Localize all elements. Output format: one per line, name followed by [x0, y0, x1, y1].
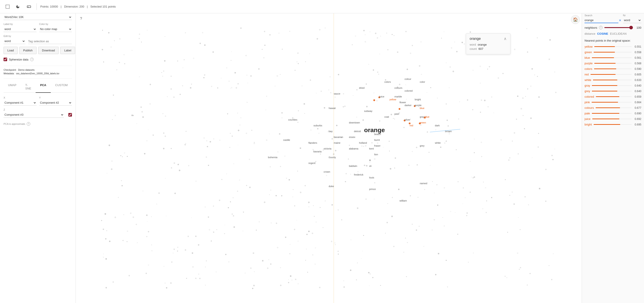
- color-by-select[interactable]: No color map: [39, 26, 72, 32]
- edit-by-select[interactable]: word: [4, 38, 26, 44]
- neighbors-help-icon[interactable]: ?: [599, 26, 602, 29]
- svg-point-365: [389, 151, 390, 151]
- download-button[interactable]: Download: [38, 47, 59, 54]
- home-button[interactable]: 🏠: [571, 15, 580, 24]
- label-by-select[interactable]: word: [4, 26, 36, 32]
- sphereize-help-icon[interactable]: ?: [30, 58, 34, 61]
- svg-point-197: [538, 133, 539, 134]
- night-mode-icon[interactable]: [14, 3, 22, 11]
- nearest-item[interactable]: colors 0.590: [584, 66, 641, 71]
- nearest-item[interactable]: gray 0.640: [584, 83, 641, 88]
- svg-text:gray: gray: [420, 115, 425, 118]
- tab-umap[interactable]: UMAP: [4, 81, 21, 93]
- svg-point-235: [107, 173, 108, 174]
- tab-pca[interactable]: PCA: [36, 81, 50, 93]
- euclidean-button[interactable]: EUCLIDEAN: [610, 32, 626, 35]
- by-select[interactable]: word: [623, 17, 641, 23]
- svg-point-217: [252, 130, 252, 131]
- svg-point-322: [320, 154, 321, 155]
- svg-point-117: [238, 83, 238, 84]
- svg-point-264: [230, 201, 231, 202]
- svg-point-601: [177, 251, 178, 252]
- label-toggle-icon[interactable]: A: [25, 3, 33, 11]
- load-button[interactable]: Load: [4, 47, 18, 54]
- svg-point-330: [328, 89, 329, 90]
- svg-point-124: [528, 204, 529, 205]
- tensor-select[interactable]: Word2Vec 10K: [4, 14, 72, 20]
- nearest-item[interactable]: yellow 0.551: [584, 44, 641, 49]
- edit-by-label: Edit by: [4, 35, 26, 37]
- nearest-item[interactable]: grey 0.640: [584, 88, 641, 94]
- svg-point-551: [136, 224, 137, 225]
- svg-point-146: [385, 79, 386, 80]
- svg-point-483: [148, 129, 149, 130]
- z-enable-checkbox[interactable]: [68, 113, 72, 117]
- svg-point-171: [459, 101, 460, 102]
- svg-point-128: [267, 268, 268, 269]
- svg-point-544: [101, 220, 102, 221]
- svg-point-426: [225, 254, 226, 255]
- search-clear-icon[interactable]: ✕: [619, 19, 621, 22]
- svg-point-142: [386, 32, 387, 33]
- metadata-row: Metadata: oss_data/word2vec_10000_200d_l…: [4, 72, 72, 75]
- svg-point-406: [394, 119, 395, 119]
- nearest-item[interactable]: bright 0.695: [584, 122, 641, 127]
- nearest-item[interactable]: pink 0.664: [584, 100, 641, 105]
- cosine-button[interactable]: COSINE: [597, 32, 608, 35]
- svg-point-535: [237, 191, 238, 192]
- label-button[interactable]: Label: [60, 47, 75, 54]
- svg-point-53: [534, 74, 535, 76]
- x-axis-select[interactable]: Component #1: [4, 100, 36, 106]
- tab-custom[interactable]: CUSTOM: [51, 81, 72, 93]
- svg-point-45: [474, 176, 475, 178]
- nearest-item[interactable]: colours 0.677: [584, 105, 641, 110]
- z-axis-select[interactable]: Component #3: [4, 112, 64, 118]
- nearest-item[interactable]: green 0.558: [584, 50, 641, 55]
- neighbors-slider-thumb[interactable]: [629, 26, 633, 29]
- svg-point-281: [474, 139, 475, 139]
- svg-point-464: [247, 102, 248, 103]
- svg-text:bay: bay: [329, 130, 333, 133]
- nearest-item[interactable]: colored 0.659: [584, 94, 641, 99]
- svg-text:coat: coat: [384, 115, 389, 118]
- nearest-item[interactable]: white 0.633: [584, 77, 641, 82]
- svg-text:prince: prince: [369, 188, 376, 190]
- svg-point-190: [297, 171, 298, 172]
- nearest-item[interactable]: red 0.605: [584, 72, 641, 77]
- svg-point-55: [412, 151, 413, 152]
- search-input[interactable]: [584, 17, 618, 23]
- nearest-item[interactable]: purple 0.568: [584, 61, 641, 66]
- tab-tsne[interactable]: T-SNE: [21, 81, 36, 93]
- help-button[interactable]: ?: [78, 15, 84, 22]
- nearest-item[interactable]: juice 0.692: [584, 116, 641, 121]
- tooltip-close-icon[interactable]: ∧: [504, 36, 506, 41]
- svg-point-415: [450, 211, 452, 212]
- metadata-value: oss_data/word2vec_10000_200d_labels.tsv: [16, 72, 60, 75]
- pca-help-icon[interactable]: ?: [27, 122, 30, 126]
- svg-point-237: [166, 216, 166, 216]
- svg-point-405: [208, 217, 209, 218]
- svg-point-120: [365, 34, 366, 35]
- svg-point-590: [392, 197, 393, 198]
- svg-point-573: [551, 155, 553, 156]
- svg-point-209: [191, 217, 192, 218]
- tag-selection-input[interactable]: [28, 39, 72, 44]
- svg-point-368: [380, 54, 380, 54]
- svg-point-512: [132, 217, 134, 218]
- svg-point-9: [512, 141, 513, 141]
- scatter-plot[interactable]: colorscolourcolordriedcolourscoloredsauc…: [76, 13, 582, 303]
- svg-point-33: [405, 238, 406, 239]
- nearest-item[interactable]: blue 0.561: [584, 55, 641, 60]
- svg-point-516: [161, 72, 162, 73]
- sphereize-checkbox[interactable]: [4, 58, 7, 61]
- svg-point-316: [377, 72, 378, 72]
- svg-point-280: [243, 212, 244, 213]
- y-axis-select[interactable]: Component #2: [39, 100, 72, 106]
- rect-select-icon[interactable]: [4, 3, 12, 11]
- svg-text:A: A: [28, 6, 29, 8]
- svg-point-274: [328, 131, 328, 132]
- svg-point-500: [412, 45, 413, 46]
- publish-button[interactable]: Publish: [19, 47, 36, 54]
- svg-point-189: [334, 96, 336, 98]
- nearest-item[interactable]: pale 0.690: [584, 111, 641, 116]
